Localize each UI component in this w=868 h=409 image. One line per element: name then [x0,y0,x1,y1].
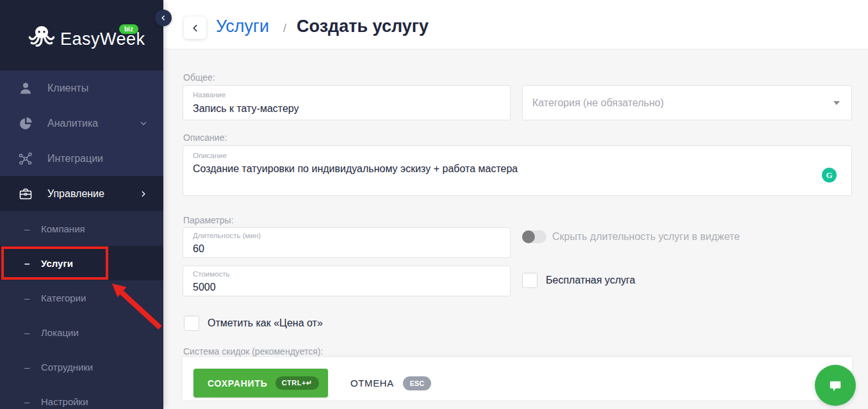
sidebar-item-label: Интеграции [47,153,103,164]
sidebar: EasyWeek biz Клиенты Аналитика [0,0,163,409]
sidebar-item-clients[interactable]: Клиенты [0,70,163,106]
service-name-label: Название [193,91,225,99]
sidebar-subitem-company[interactable]: – Компания [0,211,163,246]
sidebar-item-label: Управление [47,188,104,200]
cancel-button[interactable]: ОТМЕНА ESC [350,369,431,397]
price-from-checkbox[interactable] [184,316,199,331]
chevron-down-icon [139,119,148,128]
page: EasyWeek biz Клиенты Аналитика [0,0,868,409]
sidebar-subitem-staff[interactable]: – Сотрудники [0,349,163,384]
free-service-label: Бесплатная услуга [546,275,635,286]
sidebar-subitem-label: Локации [41,327,79,338]
sidebar-subitem-locations[interactable]: – Локации [0,315,163,349]
bullet-dash: – [24,293,41,303]
bullet-dash: – [24,258,41,269]
free-service-checkbox[interactable] [522,273,537,288]
cancel-shortcut-badge: ESC [403,376,432,390]
breadcrumb-separator: / [283,22,286,35]
sidebar-subitem-label: Категории [41,293,86,303]
duration-label: Длительность (мин) [193,232,261,239]
main-content: Услуги / Создать услугу Общее: Название … [163,0,868,409]
octopus-logo-icon [27,23,56,52]
save-shortcut-badge: CTRL+↵ [275,376,319,390]
bullet-dash: – [24,327,41,338]
hide-duration-toggle[interactable] [522,230,546,243]
sidebar-subitem-label: Услуги [41,258,73,269]
section-label-description: Описание: [183,132,227,143]
sidebar-item-analytics[interactable]: Аналитика [0,106,163,141]
logo[interactable]: EasyWeek biz [0,0,163,70]
chevron-left-icon [190,23,201,33]
bullet-dash: – [24,362,41,373]
service-name-input[interactable] [193,102,500,116]
integrations-icon [18,151,33,166]
page-header: Услуги / Создать услугу [163,0,868,49]
category-placeholder: Категория (не обязательно) [532,97,833,109]
price-from-label: Отметить как «Цена от» [208,317,323,329]
logo-biz-badge: biz [119,24,138,34]
chat-button[interactable] [815,365,856,406]
sidebar-subitem-label: Настройки [41,396,88,407]
grammarly-icon[interactable]: G [822,168,837,182]
sidebar-subitem-settings[interactable]: – Настройки [0,384,163,409]
bullet-dash: – [24,396,41,407]
briefcase-icon [18,186,33,202]
save-button[interactable]: СОХРАНИТЬ CTRL+↵ [193,369,328,397]
sidebar-menu: Клиенты Аналитика [0,70,163,176]
section-label-params: Параметры: [183,215,234,225]
section-label-discount: Система скидок (рекомендуется): [183,346,323,357]
caret-down-icon [833,101,840,105]
section-label-general: Общее: [183,72,215,83]
service-name-field[interactable]: Название [183,85,511,120]
toggle-knob [522,230,535,243]
back-button[interactable] [184,17,206,39]
price-label: Стоимость [193,270,230,278]
sidebar-item-integrations[interactable]: Интеграции [0,141,163,176]
sidebar-item-label: Клиенты [47,83,88,94]
sidebar-subitem-label: Сотрудники [41,362,93,373]
duration-input[interactable] [193,242,500,255]
sidebar-subitem-label: Компания [41,223,85,234]
chevron-right-icon [139,189,148,198]
description-label: Описание [193,152,227,159]
chevron-left-icon [160,14,167,22]
description-textarea[interactable]: Создание татуировки по индивидуальному э… [193,163,823,191]
duration-field[interactable]: Длительность (мин) [183,227,511,258]
sidebar-subitem-categories[interactable]: – Категории [0,280,163,315]
sidebar-collapse-button[interactable] [155,10,172,26]
sidebar-item-label: Аналитика [47,118,98,129]
sidebar-item-management[interactable]: Управление [0,176,163,211]
cancel-button-label: ОТМЕНА [350,378,394,389]
pie-chart-icon [18,116,33,131]
price-input[interactable] [193,280,500,294]
user-icon [18,81,33,96]
description-field[interactable]: Описание Создание татуировки по индивиду… [183,145,852,196]
breadcrumb-parent-link[interactable]: Услуги [216,17,269,36]
page-title: Создать услугу [297,17,429,36]
bullet-dash: – [24,223,41,234]
sidebar-subitem-services[interactable]: – Услуги [0,246,163,280]
sidebar-submenu: – Компания – Услуги – Категории – Локаци… [0,211,163,409]
form-footer: СОХРАНИТЬ CTRL+↵ ОТМЕНА ESC [183,357,852,400]
hide-duration-label: Скрыть длительность услуги в виджете [552,231,740,243]
price-field[interactable]: Стоимость [183,266,511,296]
save-button-label: СОХРАНИТЬ [208,378,268,389]
chat-bubble-icon [824,374,846,396]
category-select[interactable]: Категория (не обязательно) [522,85,852,120]
